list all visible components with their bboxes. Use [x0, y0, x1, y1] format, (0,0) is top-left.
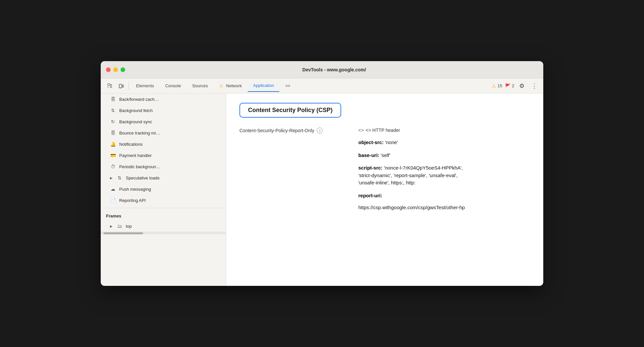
- maximize-button[interactable]: [121, 67, 125, 72]
- svg-rect-2: [123, 85, 124, 87]
- toolbar-right: ⚠ 15 🚩 2 ⚙ ⋮: [492, 81, 539, 91]
- tab-sources[interactable]: Sources: [187, 80, 213, 92]
- inspect-element-button[interactable]: [105, 81, 115, 91]
- content-panel: Content Security Policy (CSP) Content-Se…: [226, 94, 543, 286]
- payment-icon: 💳: [110, 153, 116, 158]
- sidebar-item-reporting-api[interactable]: 📄 Reporting API: [101, 195, 226, 206]
- csp-report-uri: report-uri:: [358, 192, 530, 200]
- tab-network[interactable]: ⚠ Network: [214, 80, 247, 92]
- sidebar-item-periodic-background[interactable]: ⏱ Periodic backgroun…: [101, 161, 226, 172]
- close-button[interactable]: [106, 67, 111, 72]
- sidebar-divider: [101, 208, 226, 208]
- cloud-icon: ☁: [110, 186, 116, 192]
- speculative-icon: ⇅: [117, 175, 123, 180]
- sidebar-item-background-fetch[interactable]: ⇅ Background fetch: [101, 105, 226, 116]
- csp-title: Content Security Policy (CSP): [239, 103, 341, 118]
- network-warning-icon: ⚠: [219, 83, 223, 88]
- csp-object-src: object-src: 'none': [358, 139, 530, 146]
- bell-icon: 🔔: [110, 141, 116, 147]
- csp-row: Content-Security-Policy-Report-Only i <>…: [239, 127, 530, 134]
- code-brackets-icon: <>: [358, 128, 364, 133]
- devtools-window: DevTools - www.google.com/ Elements Cons…: [101, 61, 543, 286]
- expand-icon: ▶: [110, 176, 113, 180]
- tab-more[interactable]: >>: [280, 80, 296, 92]
- sidebar-item-notifications[interactable]: 🔔 Notifications: [101, 138, 226, 150]
- frames-expand-icon: ▶: [110, 224, 113, 228]
- sidebar-bottom-scrollbar: [101, 232, 226, 234]
- frames-section-header: Frames: [101, 210, 226, 220]
- sidebar-item-speculative-loads[interactable]: ▶ ⇅ Speculative loads: [101, 172, 226, 183]
- sync-icon: ↻: [110, 119, 116, 124]
- tab-application[interactable]: Application: [248, 80, 279, 92]
- database-icon: 🗄: [110, 96, 116, 102]
- sidebar-item-push-messaging[interactable]: ☁ Push messaging: [101, 183, 226, 195]
- warning-badge[interactable]: ⚠ 15: [492, 83, 502, 89]
- warning-icon: ⚠: [492, 83, 496, 89]
- bounce-icon: 🗄: [110, 130, 116, 135]
- csp-script-src: script-src: 'nonce-l-7rK04QpY5oeS4-HPPkh…: [358, 164, 530, 187]
- sidebar-item-bounce-tracking[interactable]: 🗄 Bounce tracking mi…: [101, 127, 226, 138]
- sidebar-item-background-sync[interactable]: ↻ Background sync: [101, 116, 226, 127]
- title-bar: DevTools - www.google.com/: [101, 61, 543, 78]
- main-container: 🗄 Back/forward cach… ⇅ Background fetch …: [101, 94, 543, 286]
- sidebar-item-payment-handler[interactable]: 💳 Payment handler: [101, 150, 226, 161]
- sidebar-item-frames-top[interactable]: ▶ 🗂 top: [101, 220, 226, 232]
- policy-label: Content-Security-Policy-Report-Only i: [239, 127, 358, 134]
- window-title: DevTools - www.google.com/: [130, 67, 538, 72]
- frames-folder-icon: 🗂: [117, 223, 123, 229]
- svg-rect-0: [108, 84, 110, 86]
- tab-elements[interactable]: Elements: [131, 80, 159, 92]
- settings-button[interactable]: ⚙: [517, 81, 527, 91]
- document-icon: 📄: [110, 198, 116, 203]
- minimize-button[interactable]: [113, 67, 118, 72]
- sidebar-item-back-forward-cache[interactable]: 🗄 Back/forward cach…: [101, 94, 226, 105]
- csp-report-uri-value: https://csp.withgoogle.com/csp/gwsTest/o…: [358, 205, 530, 210]
- http-header-tag: <> <> HTTP header: [358, 127, 400, 133]
- csp-details: object-src: 'none' base-uri: 'self' scri…: [239, 135, 530, 210]
- toolbar-divider-1: [128, 82, 129, 90]
- upload-download-icon: ⇅: [110, 108, 116, 113]
- clock-icon: ⏱: [110, 164, 116, 169]
- svg-rect-1: [119, 84, 122, 88]
- sidebar: 🗄 Back/forward cach… ⇅ Background fetch …: [101, 94, 226, 286]
- error-icon: 🚩: [505, 83, 511, 89]
- info-icon[interactable]: i: [317, 128, 323, 134]
- traffic-lights: [106, 67, 125, 72]
- sidebar-bottom-scrollbar-thumb[interactable]: [103, 232, 143, 234]
- more-options-button[interactable]: ⋮: [529, 81, 539, 91]
- tab-console[interactable]: Console: [160, 80, 186, 92]
- toolbar: Elements Console Sources ⚠ Network Appli…: [101, 78, 543, 94]
- csp-base-uri: base-uri: 'self': [358, 152, 530, 159]
- error-badge[interactable]: 🚩 2: [505, 83, 514, 89]
- device-toolbar-button[interactable]: [116, 81, 126, 91]
